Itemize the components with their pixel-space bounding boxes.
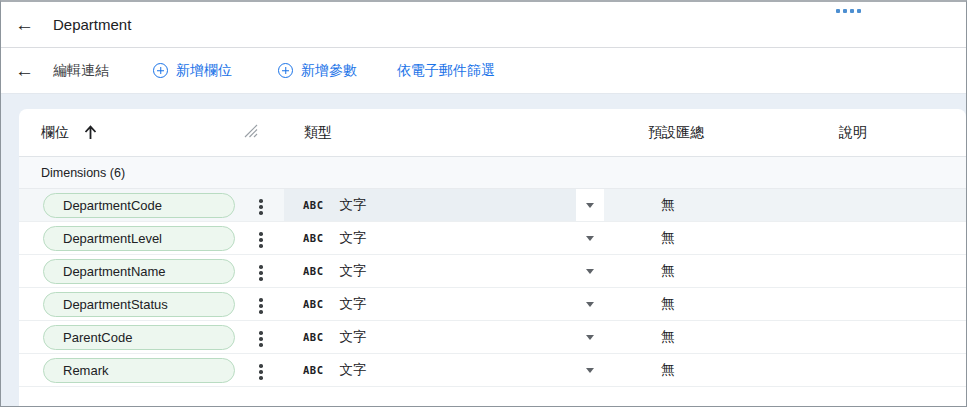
aggregation-cell[interactable]: 無 bbox=[604, 222, 966, 254]
add-parameter-button[interactable]: 新增參數 bbox=[278, 62, 357, 80]
field-type-select[interactable]: ABC 文字 bbox=[284, 321, 576, 353]
table-row: DepartmentCode ABC 文字 無 bbox=[19, 189, 966, 222]
field-name-pill[interactable]: DepartmentName bbox=[43, 259, 235, 284]
field-type-select[interactable]: ABC 文字 bbox=[284, 222, 576, 254]
field-name-label: DepartmentStatus bbox=[63, 297, 168, 312]
field-name-label: DepartmentCode bbox=[63, 198, 162, 213]
field-type-label: 文字 bbox=[339, 361, 366, 379]
aggregation-value: 無 bbox=[661, 262, 675, 280]
dimensions-section-label: Dimensions (6) bbox=[41, 166, 125, 180]
field-type-label: 文字 bbox=[339, 262, 366, 280]
field-type-select[interactable]: ABC 文字 bbox=[284, 255, 576, 287]
field-rows: DepartmentCode ABC 文字 無 DepartmentLevel … bbox=[19, 189, 966, 387]
type-dropdown-arrow-icon[interactable] bbox=[576, 321, 604, 353]
table-row: DepartmentName ABC 文字 無 bbox=[19, 255, 966, 288]
table-row: ParentCode ABC 文字 無 bbox=[19, 321, 966, 354]
field-name-pill[interactable]: Remark bbox=[43, 358, 235, 383]
add-parameter-label: 新增參數 bbox=[301, 62, 357, 80]
edit-connection-button[interactable]: 編輯連結 bbox=[53, 62, 109, 80]
type-column-header: 類型 bbox=[304, 124, 332, 142]
plus-circle-icon bbox=[153, 63, 168, 78]
table-row: DepartmentStatus ABC 文字 無 bbox=[19, 288, 966, 321]
top-bar: ← Department bbox=[1, 2, 966, 48]
aggregation-cell[interactable]: 無 bbox=[604, 288, 966, 320]
field-column-header[interactable]: 欄位 bbox=[41, 124, 69, 142]
aggregation-cell[interactable]: 無 bbox=[604, 321, 966, 353]
back-icon[interactable]: ← bbox=[15, 15, 41, 34]
sort-ascending-icon[interactable] bbox=[83, 124, 98, 144]
field-type-select[interactable]: ABC 文字 bbox=[284, 288, 576, 320]
add-field-label: 新增欄位 bbox=[176, 62, 232, 80]
text-type-icon: ABC bbox=[303, 364, 323, 376]
filter-by-email-label: 依電子郵件篩選 bbox=[397, 62, 495, 80]
field-name-pill[interactable]: ParentCode bbox=[43, 325, 235, 350]
field-options-menu-icon[interactable] bbox=[259, 230, 263, 250]
dimensions-section-header: Dimensions (6) bbox=[19, 157, 966, 189]
field-name-pill[interactable]: DepartmentStatus bbox=[43, 292, 235, 317]
more-options-icon[interactable] bbox=[836, 9, 861, 13]
field-type-label: 文字 bbox=[339, 328, 366, 346]
aggregation-value: 無 bbox=[661, 229, 675, 247]
aggregation-column-header: 預設匯總 bbox=[648, 124, 704, 142]
aggregation-cell[interactable]: 無 bbox=[604, 189, 966, 221]
type-dropdown-arrow-icon[interactable] bbox=[576, 255, 604, 287]
field-options-menu-icon[interactable] bbox=[259, 197, 263, 217]
add-field-button[interactable]: 新增欄位 bbox=[153, 62, 232, 80]
field-type-label: 文字 bbox=[339, 295, 366, 313]
field-name-label: DepartmentName bbox=[63, 264, 166, 279]
field-name-label: DepartmentLevel bbox=[63, 231, 162, 246]
aggregation-value: 無 bbox=[661, 328, 675, 346]
table-row: Remark ABC 文字 無 bbox=[19, 354, 966, 387]
column-resize-icon[interactable] bbox=[244, 124, 259, 141]
field-options-menu-icon[interactable] bbox=[259, 362, 263, 382]
filter-by-email-button[interactable]: 依電子郵件篩選 bbox=[397, 62, 495, 80]
aggregation-cell[interactable]: 無 bbox=[604, 354, 966, 386]
field-name-label: ParentCode bbox=[63, 330, 132, 345]
table-row: DepartmentLevel ABC 文字 無 bbox=[19, 222, 966, 255]
toolbar-back-icon[interactable]: ← bbox=[15, 61, 41, 80]
field-name-pill[interactable]: DepartmentCode bbox=[43, 193, 235, 218]
type-dropdown-arrow-icon[interactable] bbox=[576, 189, 604, 221]
page-title: Department bbox=[53, 16, 131, 33]
field-type-label: 文字 bbox=[339, 196, 366, 214]
edit-toolbar: ← 編輯連結 新增欄位 新增參數 依電子郵件篩選 bbox=[1, 48, 966, 94]
type-dropdown-arrow-icon[interactable] bbox=[576, 354, 604, 386]
text-type-icon: ABC bbox=[303, 232, 323, 244]
field-options-menu-icon[interactable] bbox=[259, 296, 263, 316]
field-type-select[interactable]: ABC 文字 bbox=[284, 189, 576, 221]
type-dropdown-arrow-icon[interactable] bbox=[576, 288, 604, 320]
description-column-header: 說明 bbox=[839, 124, 867, 142]
text-type-icon: ABC bbox=[303, 298, 323, 310]
field-type-select[interactable]: ABC 文字 bbox=[284, 354, 576, 386]
field-options-menu-icon[interactable] bbox=[259, 329, 263, 349]
aggregation-value: 無 bbox=[661, 295, 675, 313]
field-name-label: Remark bbox=[63, 363, 109, 378]
type-dropdown-arrow-icon[interactable] bbox=[576, 222, 604, 254]
text-type-icon: ABC bbox=[303, 331, 323, 343]
table-header-row: 欄位 類型 預設匯總 說明 bbox=[19, 109, 966, 157]
text-type-icon: ABC bbox=[303, 265, 323, 277]
aggregation-cell[interactable]: 無 bbox=[604, 255, 966, 287]
field-options-menu-icon[interactable] bbox=[259, 263, 263, 283]
text-type-icon: ABC bbox=[303, 199, 323, 211]
fields-table-card: 欄位 類型 預設匯總 說明 Dimensions (6) DepartmentC… bbox=[19, 109, 966, 406]
field-type-label: 文字 bbox=[339, 229, 366, 247]
plus-circle-icon bbox=[278, 63, 293, 78]
content-area: 欄位 類型 預設匯總 說明 Dimensions (6) DepartmentC… bbox=[1, 94, 966, 406]
field-name-pill[interactable]: DepartmentLevel bbox=[43, 226, 235, 251]
aggregation-value: 無 bbox=[661, 196, 675, 214]
aggregation-value: 無 bbox=[661, 361, 675, 379]
